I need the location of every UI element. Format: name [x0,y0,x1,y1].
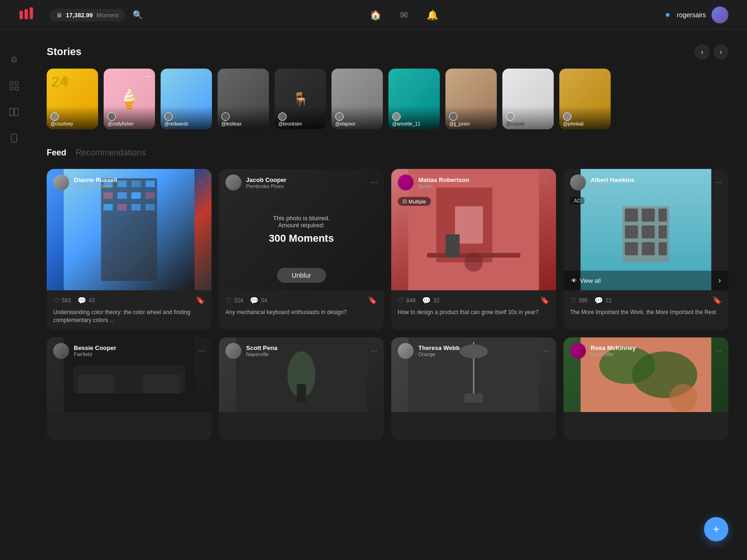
svg-rect-21 [104,204,113,210]
post-card: Rosa McKinney Naperville ··· [564,337,728,440]
bookmark-button[interactable]: 🔖 [196,296,205,305]
story-card[interactable]: @elapoor [331,69,383,129]
bell-icon[interactable]: 🔔 [427,9,438,21]
post-username: Albert Hawkins [591,176,711,183]
balance-pill[interactable]: 🖥 17,382.99 Moment [49,9,125,21]
like-action[interactable]: ♡ 849 [398,296,416,305]
feed-tab-recommendations[interactable]: Recommendations [76,148,146,158]
mobile-sidebar-icon[interactable] [6,130,22,147]
post-avatar [398,343,414,359]
posts-grid: Dianne Russell Pembroke Pines ··· [47,169,728,330]
post-avatar [53,343,69,359]
post-menu-button[interactable]: ··· [716,347,722,355]
like-action[interactable]: ♡ 395 [570,296,588,305]
post-footer: ♡ 849 💬 32 🔖 How to design a product tha… [391,290,556,322]
grid-sidebar-icon[interactable] [6,77,22,94]
svg-rect-33 [625,209,638,222]
story-card[interactable]: 🍦 ··· @codyfisher [104,69,155,129]
search-button[interactable]: 🔍 [133,10,143,20]
bookmark-button[interactable]: 🔖 [540,296,550,305]
balance-label: Moment [97,12,119,19]
story-card[interactable]: @russell [502,69,554,129]
story-username: @jj_junior [449,121,470,126]
svg-rect-0 [20,11,23,19]
story-card[interactable]: @leslieax [218,69,269,129]
story-username: @courtney [50,121,73,126]
story-card[interactable]: @johnkali [559,69,611,129]
post-location: Orange [418,351,539,357]
comment-count: 21 [606,297,612,304]
svg-rect-8 [14,108,18,116]
svg-rect-41 [659,242,667,255]
stories-next-arrow[interactable]: › [713,44,728,59]
story-username: @codyfisher [107,121,134,126]
post-footer: ♡ 583 💬 43 🔖 Understanding color theory:… [47,290,211,330]
svg-rect-48 [297,384,306,403]
post-menu-button[interactable]: ··· [543,178,550,187]
stories-header: Stories ‹ › [47,44,728,59]
nav-right: rogersairs [666,7,728,23]
story-card[interactable]: @annette_11 [388,69,440,129]
comment-icon: 💬 [422,296,431,305]
svg-rect-24 [146,204,155,210]
stories-title: Stories [47,46,82,58]
comment-action[interactable]: 💬 54 [250,296,267,305]
post-username: Scott Pena [246,344,366,351]
post-user-info: Theresa Webb Orange [418,344,539,357]
post-user-info: Matias Robertson Austin [418,176,539,189]
story-card[interactable]: @jj_junior [445,69,497,129]
svg-rect-3 [10,82,13,85]
story-more-btn[interactable]: ··· [145,72,151,81]
post-username: Bessie Cooper [74,344,194,351]
story-card[interactable]: @redwards [161,69,212,129]
bookmark-button[interactable]: 🔖 [368,296,377,305]
post-avatar [53,175,69,190]
stories-row: 24 ◉ @courtney 🍦 ··· @codyfisher @redwar… [47,69,728,129]
heart-icon: ♡ [398,296,404,305]
svg-rect-37 [642,225,655,238]
post-menu-button[interactable]: ··· [199,178,205,187]
multiple-label: Multiple [409,199,426,204]
story-username: @brooksim [278,121,302,126]
post-header: Scott Pena Naperville ··· [219,337,384,364]
create-button[interactable]: + [704,517,728,541]
post-menu-button[interactable]: ··· [371,178,377,187]
post-location: Fairfield [74,351,194,357]
settings-sidebar-icon[interactable]: ⚙ [6,51,22,68]
bookmark-button[interactable]: 🔖 [712,296,722,305]
post-caption: Understanding color theory: the color wh… [53,308,205,324]
unblur-button[interactable]: Unblur [277,268,326,283]
feed-tab-feed[interactable]: Feed [47,148,66,158]
post-header: Rosa McKinney Naperville ··· [564,337,728,364]
post-username: Theresa Webb [418,344,539,351]
view-all-button[interactable]: 👁 View all › [564,271,728,290]
comment-action[interactable]: 💬 21 [594,296,612,305]
post-user-info: Jacob Cooper Pembroke Pines [246,176,366,189]
post-menu-button[interactable]: ··· [716,178,722,187]
comment-icon: 💬 [250,296,259,305]
verified-dot [666,13,669,17]
heart-icon: ♡ [570,296,576,305]
story-card[interactable]: 24 ◉ @courtney [47,69,98,129]
stories-prev-arrow[interactable]: ‹ [695,44,710,59]
like-count: 583 [62,297,71,304]
mail-icon[interactable]: ✉ [400,9,408,21]
logo[interactable] [19,7,35,23]
svg-rect-2 [29,7,33,19]
like-action[interactable]: ♡ 324 [226,296,243,305]
svg-point-56 [669,384,698,412]
post-header: Matias Robertson Austin ··· [391,169,556,196]
columns-sidebar-icon[interactable] [6,104,22,120]
comment-action[interactable]: 💬 43 [78,296,95,305]
post-menu-button[interactable]: ··· [199,347,205,355]
monitor-icon: 🖥 [56,12,62,19]
like-action[interactable]: ♡ 583 [53,296,71,305]
story-card[interactable]: 🪑 @brooksim [275,69,326,129]
home-icon[interactable]: 🏠 [370,9,381,21]
post-menu-button[interactable]: ··· [371,347,377,355]
post-card: Bessie Cooper Fairfield ··· [47,337,211,440]
post-menu-button[interactable]: ··· [543,347,550,355]
like-count: 324 [234,297,243,304]
comment-action[interactable]: 💬 32 [422,296,439,305]
user-avatar[interactable] [712,7,728,23]
